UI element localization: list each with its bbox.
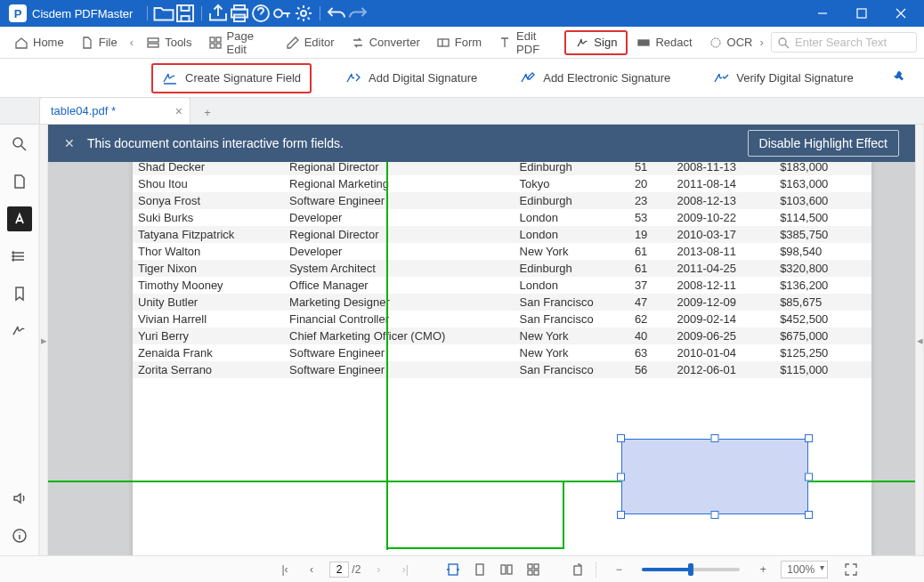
signature-field-body[interactable]	[621, 439, 808, 514]
table-cell: Developer	[284, 243, 514, 260]
document-tab-label: table04.pdf *	[51, 104, 116, 117]
document-tab[interactable]: table04.pdf * ×	[39, 97, 190, 124]
table-cell: Regional Director	[284, 226, 514, 243]
chevron-right-icon[interactable]: ›	[756, 34, 767, 52]
resize-handle-tm[interactable]	[711, 434, 719, 442]
table-cell: 56	[629, 361, 672, 378]
svg-point-21	[12, 259, 14, 261]
close-tab-icon[interactable]: ×	[175, 104, 182, 118]
first-page-icon[interactable]: |‹	[276, 561, 294, 578]
add-tab-button[interactable]: +	[196, 101, 219, 124]
zoom-slider[interactable]	[642, 568, 740, 571]
close-button[interactable]	[881, 0, 920, 27]
tab-converter[interactable]: Converter	[344, 32, 427, 53]
print-icon[interactable]	[229, 3, 250, 24]
tab-sign[interactable]: Sign	[564, 30, 628, 55]
signatures-panel-icon[interactable]	[7, 319, 32, 344]
next-page-icon[interactable]: ›	[369, 561, 387, 578]
pages-panel-icon[interactable]	[7, 169, 32, 194]
tab-redact[interactable]: Redact	[629, 32, 699, 53]
maximize-button[interactable]	[842, 0, 881, 27]
table-cell: 40	[629, 327, 672, 344]
tab-file[interactable]: File	[73, 32, 125, 53]
rotate-icon[interactable]	[569, 561, 587, 578]
sound-icon[interactable]	[7, 486, 32, 511]
svg-rect-13	[216, 44, 221, 48]
tab-file-label: File	[99, 36, 118, 49]
resize-handle-bl[interactable]	[617, 511, 625, 519]
continuous-icon[interactable]	[524, 561, 542, 578]
fit-width-icon[interactable]	[444, 561, 462, 578]
expand-left-icon[interactable]: ▸	[39, 125, 48, 555]
resize-handle-tr[interactable]	[805, 434, 813, 442]
page-number-input[interactable]	[329, 562, 349, 578]
fit-page-icon[interactable]	[471, 561, 489, 578]
last-page-icon[interactable]: ›|	[396, 561, 414, 578]
info-icon[interactable]	[7, 523, 32, 548]
data-table: Sakura YamamotoSupport EngineerTokyo3720…	[133, 125, 871, 378]
create-signature-field-button[interactable]: Create Signature Field	[151, 63, 312, 93]
open-icon[interactable]	[153, 3, 174, 24]
table-cell: 2008-12-11	[672, 277, 775, 294]
disable-highlight-button[interactable]: Disable Highlight Effect	[748, 130, 899, 157]
close-notice-icon[interactable]: ✕	[64, 136, 75, 150]
undo-icon[interactable]	[326, 3, 347, 24]
fullscreen-icon[interactable]	[842, 561, 860, 578]
outline-panel-icon[interactable]	[7, 244, 32, 269]
tab-home-label: Home	[33, 36, 64, 49]
svg-point-6	[301, 11, 306, 16]
search-icon	[777, 36, 790, 49]
resize-handle-tl[interactable]	[617, 434, 625, 442]
tab-page-edit[interactable]: Page Edit	[201, 26, 277, 60]
table-cell: Vivian Harrell	[133, 311, 284, 327]
help-icon[interactable]	[250, 3, 272, 24]
tab-form[interactable]: Form	[429, 32, 489, 53]
pin-icon[interactable]	[892, 69, 906, 86]
resize-handle-mr[interactable]	[805, 473, 813, 481]
table-cell: Thor Walton	[133, 243, 284, 260]
add-electronic-signature-button[interactable]: Add Electronic Signature	[511, 65, 679, 92]
save-icon[interactable]	[174, 3, 196, 24]
table-cell: San Francisco	[515, 361, 629, 378]
resize-handle-br[interactable]	[805, 511, 813, 519]
two-page-icon[interactable]	[498, 561, 515, 578]
table-row: Tiger NixonSystem ArchitectEdinburgh6120…	[133, 260, 871, 277]
key-icon[interactable]	[272, 3, 293, 24]
tab-home[interactable]: Home	[7, 32, 71, 53]
bookmarks-panel-icon[interactable]	[7, 281, 32, 306]
tab-editor[interactable]: Editor	[279, 32, 342, 53]
minimize-button[interactable]	[803, 0, 842, 27]
notice-text: This document contains interactive form …	[87, 136, 344, 150]
tab-tools[interactable]: Tools	[139, 32, 199, 53]
svg-rect-25	[501, 565, 506, 574]
add-digital-signature-button[interactable]: Add Digital Signature	[336, 65, 486, 92]
table-cell: San Francisco	[515, 311, 629, 327]
search-panel-icon[interactable]	[7, 132, 32, 157]
zoom-in-icon[interactable]: +	[754, 561, 772, 578]
text-panel-icon[interactable]	[7, 206, 32, 231]
svg-rect-7	[857, 9, 866, 18]
zoom-out-icon[interactable]: −	[610, 561, 628, 578]
verify-digital-signature-button[interactable]: Verify Digital Signature	[704, 65, 863, 92]
tab-ocr[interactable]: OCR	[701, 32, 755, 53]
search-input[interactable]	[795, 36, 911, 49]
tab-page-edit-label: Page Edit	[227, 29, 270, 56]
prev-page-icon[interactable]: ‹	[303, 561, 320, 578]
gear-icon[interactable]	[293, 3, 314, 24]
share-icon[interactable]	[207, 3, 229, 24]
search-box[interactable]	[771, 32, 917, 53]
table-cell: London	[515, 209, 629, 226]
expand-right-icon[interactable]: ◂	[915, 125, 924, 555]
resize-handle-bm[interactable]	[711, 511, 719, 519]
table-cell: New York	[515, 243, 629, 260]
redo-icon[interactable]	[347, 3, 369, 24]
table-row: Zenaida FrankSoftware EngineerNew York63…	[133, 344, 871, 361]
resize-handle-ml[interactable]	[617, 473, 625, 481]
canvas[interactable]: Sakura YamamotoSupport EngineerTokyo3720…	[48, 125, 915, 555]
chevron-left-icon[interactable]: ‹	[126, 34, 138, 52]
tab-edit-pdf[interactable]: Edit PDF	[490, 26, 563, 60]
table-row: Shou ItouRegional MarketingTokyo202011-0…	[133, 175, 871, 192]
table-cell: 61	[629, 243, 672, 260]
signature-field[interactable]	[617, 434, 813, 519]
zoom-select[interactable]: 100%	[781, 561, 828, 578]
